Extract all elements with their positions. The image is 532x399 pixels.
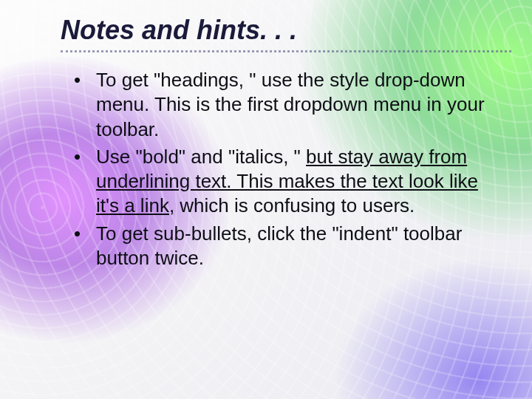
bullet-text: To get "headings, " use the style drop-d… [96,69,485,140]
slide-title: Notes and hints. . . [61,15,502,52]
bullet-text-post: , which is confusing to users. [169,194,415,216]
slide-body: To get "headings, " use the style drop-d… [71,68,488,273]
slide: Notes and hints. . . To get "headings, "… [0,0,532,399]
bullet-text-pre: Use "bold" and "italics, " [96,146,306,168]
list-item: To get sub-bullets, click the "indent" t… [71,222,488,271]
list-item: Use "bold" and "italics, " but stay away… [71,145,488,219]
title-underline [61,50,511,52]
bullet-list: To get "headings, " use the style drop-d… [71,68,488,270]
bullet-text: To get sub-bullets, click the "indent" t… [96,222,462,269]
list-item: To get "headings, " use the style drop-d… [71,68,488,142]
